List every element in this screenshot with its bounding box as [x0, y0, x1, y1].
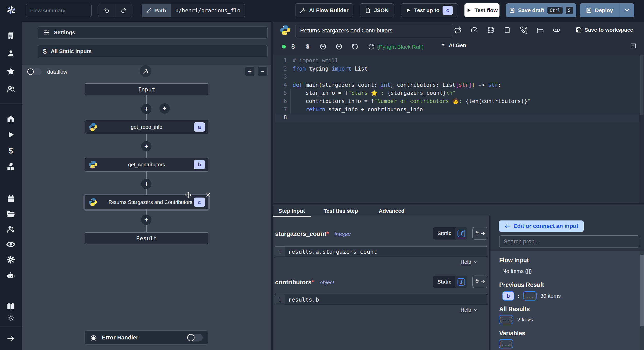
- code-line: 2from typing import List: [275, 65, 639, 73]
- reset-rotate-ccw-icon[interactable]: [352, 43, 358, 50]
- runs-play-icon[interactable]: [7, 131, 15, 139]
- lint-assistants-label[interactable]: (Pyright Black Ruff): [377, 44, 424, 50]
- chevron-down-icon: [473, 308, 478, 312]
- test-up-to-button[interactable]: Test up to c: [401, 3, 458, 17]
- object-preview-badge[interactable]: {...}: [499, 339, 513, 348]
- node-move-handle[interactable]: [185, 192, 192, 198]
- groups-gear-icon[interactable]: [6, 225, 15, 234]
- zoom-in-button[interactable]: +: [245, 66, 255, 76]
- insert-step-button[interactable]: +: [141, 104, 151, 114]
- variables-dollar-icon[interactable]: $: [9, 146, 13, 156]
- step-title-input[interactable]: [295, 24, 453, 37]
- insert-step-button[interactable]: +: [141, 141, 151, 151]
- docs-book-icon[interactable]: [6, 302, 15, 311]
- path-input[interactable]: [171, 4, 245, 17]
- all-static-inputs-button[interactable]: $ All Static Inputs: [38, 45, 268, 57]
- folders-icon[interactable]: [6, 210, 15, 218]
- insert-step-button[interactable]: +: [141, 179, 151, 189]
- object-preview-badge[interactable]: {...}: [499, 315, 513, 324]
- tab-advanced[interactable]: Advanced: [379, 208, 404, 214]
- users-icon[interactable]: [6, 85, 15, 93]
- help-link[interactable]: Help: [461, 307, 478, 313]
- package-icon[interactable]: [320, 43, 326, 50]
- favorites-star-icon[interactable]: [6, 67, 15, 76]
- array-preview-badge[interactable]: [...]: [523, 291, 537, 301]
- search-prop-input[interactable]: [499, 235, 639, 248]
- play-icon: [466, 8, 471, 13]
- library-book-icon[interactable]: [630, 43, 637, 50]
- tab-test-this-step[interactable]: Test this step: [324, 208, 358, 214]
- settings-gear-icon[interactable]: [6, 255, 15, 264]
- save-to-workspace-button[interactable]: Save to workspace: [576, 27, 633, 33]
- schedules-calendar-icon[interactable]: [7, 195, 15, 203]
- workspace-building-icon[interactable]: [7, 32, 15, 40]
- zoom-out-button[interactable]: −: [258, 66, 268, 76]
- static-mode-toggle[interactable]: Static f: [433, 276, 467, 288]
- function-f-icon[interactable]: f: [457, 230, 465, 237]
- retries-repeat-icon[interactable]: [454, 26, 462, 34]
- node-delete-button[interactable]: [205, 192, 211, 198]
- connect-plug-button[interactable]: [472, 276, 487, 288]
- json-button[interactable]: JSON: [360, 3, 394, 17]
- rail-divider: [0, 327, 22, 327]
- code-editor[interactable]: 1# import wmill 2from typing import List…: [273, 55, 639, 203]
- graph-ai-wand-button[interactable]: [140, 65, 151, 77]
- tab-step-input[interactable]: Step Input: [278, 208, 305, 214]
- theme-sun-icon[interactable]: [7, 314, 15, 322]
- variable-dollar-icon[interactable]: $: [291, 43, 295, 50]
- error-handler-node[interactable]: Error Handler: [84, 330, 208, 345]
- redo-button[interactable]: [115, 4, 132, 17]
- flow-node-a[interactable]: get_repo_info a: [85, 120, 208, 134]
- flow-node-input[interactable]: Input: [85, 83, 208, 95]
- help-link[interactable]: Help: [461, 259, 478, 265]
- test-flow-button[interactable]: Test flow: [464, 3, 499, 17]
- dataflow-toggle[interactable]: [27, 68, 41, 75]
- audit-eye-icon[interactable]: [6, 240, 15, 249]
- flow-settings-button[interactable]: Settings: [38, 26, 268, 39]
- timeout-gauge-icon[interactable]: [470, 26, 478, 34]
- suspend-phone-incoming-icon[interactable]: [520, 26, 528, 34]
- concurrency-voicemail-icon[interactable]: [553, 26, 561, 34]
- user-icon[interactable]: [7, 49, 15, 57]
- home-icon[interactable]: [6, 114, 15, 123]
- undo-button[interactable]: [98, 4, 115, 17]
- save-draft-button[interactable]: Save draft Ctrl S: [506, 3, 576, 17]
- path-edit-button[interactable]: Path: [142, 4, 171, 17]
- ai-gen-button[interactable]: AI Gen: [440, 42, 466, 48]
- prop-key-badge[interactable]: b: [502, 291, 514, 301]
- edit-or-connect-button[interactable]: Edit or connect an input: [499, 220, 584, 232]
- expand-arrow-right-icon[interactable]: [6, 334, 15, 343]
- props-scrollbar[interactable]: [640, 251, 644, 350]
- ai-flow-builder-button[interactable]: AI Flow Builder: [295, 3, 353, 17]
- sleep-bed-icon[interactable]: [536, 26, 544, 34]
- python-icon: [89, 160, 97, 169]
- flow-node-c-selected[interactable]: Returns Stargazers and Contributors c: [85, 195, 208, 209]
- kbd-s: S: [566, 7, 573, 14]
- flow-summary-input[interactable]: [26, 4, 92, 17]
- ai-robot-icon[interactable]: [6, 271, 15, 280]
- format-rotate-cw-icon[interactable]: [368, 43, 375, 50]
- function-f-icon[interactable]: f: [457, 278, 465, 286]
- editor-scrollbar-thumb[interactable]: [640, 55, 643, 115]
- trigger-zap-button[interactable]: [159, 103, 170, 114]
- editor-scrollbar[interactable]: [639, 55, 644, 203]
- connect-plug-button[interactable]: [472, 227, 487, 240]
- expr-editor-contributors[interactable]: 1 results.b: [275, 294, 487, 305]
- node-step-badge: b: [194, 160, 205, 169]
- cache-database-icon[interactable]: [487, 26, 495, 34]
- deploy-button[interactable]: Deploy: [580, 3, 620, 17]
- static-mode-toggle[interactable]: Static f: [433, 227, 467, 240]
- props-scrollbar-thumb[interactable]: [640, 255, 644, 326]
- package-icon[interactable]: [336, 43, 342, 50]
- windmill-logo[interactable]: [5, 4, 17, 16]
- deploy-dropdown-button[interactable]: [620, 3, 634, 17]
- expr-editor-stargazers[interactable]: 1 results.a.stargazers_count: [275, 246, 487, 257]
- insert-step-button[interactable]: +: [141, 215, 151, 225]
- flow-graph-canvas[interactable]: dataflow + − Input + get_repo_info a + g…: [22, 65, 271, 350]
- resources-cubes-icon[interactable]: [6, 162, 15, 171]
- error-handler-toggle[interactable]: [187, 334, 203, 342]
- resource-dollar-icon[interactable]: $: [306, 43, 309, 50]
- early-stop-square-icon[interactable]: [504, 27, 511, 34]
- flow-node-b[interactable]: get_contributors b: [85, 158, 208, 172]
- flow-node-result[interactable]: Result: [85, 232, 208, 244]
